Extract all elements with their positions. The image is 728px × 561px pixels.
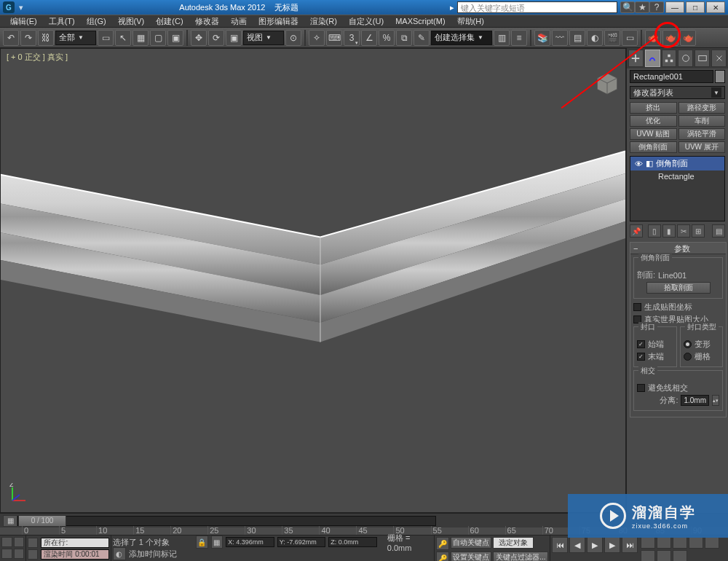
mini-btn-4[interactable] <box>14 549 25 559</box>
percent-snap-icon[interactable]: % <box>379 30 395 46</box>
captype-morph-radio[interactable] <box>684 340 692 348</box>
mod-btn-bevelprofile[interactable]: 倒角剖面 <box>630 141 677 153</box>
stack-item-bevelprofile[interactable]: 👁 ◧ 倒角剖面 <box>630 157 724 170</box>
mod-btn-uvwunwrap[interactable]: UVW 展开 <box>678 141 726 153</box>
maxscript-mini-icon[interactable] <box>28 538 38 548</box>
mini-btn-1[interactable] <box>1 537 12 547</box>
next-frame-icon[interactable]: ▶ <box>604 537 620 553</box>
mini-btn-3[interactable] <box>1 549 12 559</box>
move-icon[interactable]: ✥ <box>191 30 207 46</box>
prompt-icon[interactable]: ◐ <box>113 547 126 560</box>
goto-start-icon[interactable]: ⏮ <box>552 537 568 553</box>
listener-icon[interactable] <box>28 549 38 560</box>
help-arrow[interactable]: ▸ <box>450 3 454 12</box>
object-color-swatch[interactable] <box>715 70 725 83</box>
mod-btn-uvwmap[interactable]: UVW 贴图 <box>630 128 677 140</box>
coord-system-dropdown[interactable]: 视图▼ <box>243 31 284 45</box>
time-slider[interactable]: 0 / 100 <box>17 516 436 526</box>
nav-zoom-icon[interactable] <box>657 537 671 549</box>
spinner-arrows-icon[interactable]: ▴▾ <box>712 395 719 406</box>
mod-btn-pathdeform[interactable]: 路径变形 <box>678 102 726 114</box>
render-active-icon[interactable]: 🫖 <box>680 30 696 46</box>
redo-icon[interactable]: ↷ <box>20 30 36 46</box>
goto-end-icon[interactable]: ⏭ <box>622 537 638 553</box>
maximize-button[interactable]: □ <box>686 1 705 13</box>
menu-animation[interactable]: 动画 <box>225 16 253 27</box>
window-crossing-icon[interactable]: ▣ <box>167 30 183 46</box>
rotate-icon[interactable]: ⟳ <box>208 30 224 46</box>
manipulate-icon[interactable]: ✧ <box>309 30 325 46</box>
layers-icon[interactable]: 📚 <box>534 30 550 46</box>
mirror-icon[interactable]: ▥ <box>494 30 510 46</box>
scale-icon[interactable]: ▣ <box>226 30 242 46</box>
create-tab-icon[interactable] <box>628 50 644 67</box>
time-slider-handle[interactable]: 0 / 100 <box>18 515 66 527</box>
window-menu-arrow[interactable]: ▾ <box>19 3 23 12</box>
help-icon[interactable]: ? <box>649 1 664 13</box>
nav-zoomext-icon[interactable] <box>705 537 719 549</box>
absolute-mode-icon[interactable]: ▦ <box>211 536 223 549</box>
play-icon[interactable]: ▶ <box>587 537 603 553</box>
named-selection-dropdown[interactable]: 创建选择集▼ <box>431 31 492 45</box>
menu-rendering[interactable]: 渲染(R) <box>304 16 343 27</box>
object-name-field[interactable]: Rectangle001 <box>630 70 713 83</box>
captype-grid-radio[interactable] <box>684 353 692 361</box>
material-editor-icon[interactable]: ◐ <box>587 30 603 46</box>
show-end-result-icon[interactable]: ▯ <box>648 224 661 238</box>
menu-customize[interactable]: 自定义(U) <box>343 16 389 27</box>
render-frame-icon[interactable]: ▭ <box>622 30 638 46</box>
modifier-stack[interactable]: 👁 ◧ 倒角剖面 Rectangle <box>630 156 725 221</box>
nav-region-icon[interactable] <box>641 550 655 561</box>
configure-sets-icon[interactable]: ⊞ <box>692 224 705 238</box>
keyboard-shortcut-icon[interactable]: ⌨ <box>326 30 342 46</box>
nav-fov-icon[interactable] <box>689 537 703 549</box>
expand-icon[interactable]: ◧ <box>646 159 653 168</box>
menu-tools[interactable]: 工具(T) <box>43 16 81 27</box>
angle-snap-icon[interactable]: ∠ <box>361 30 377 46</box>
render-setup-icon[interactable]: 🎬 <box>604 30 620 46</box>
menu-grapheditors[interactable]: 图形编辑器 <box>253 16 304 27</box>
undo-icon[interactable]: ↶ <box>3 30 19 46</box>
snaps-toggle-icon[interactable]: 3▾ <box>344 30 360 46</box>
spinner-snap-icon[interactable]: ⧉ <box>396 30 412 46</box>
mod-btn-extrude[interactable]: 挤出 <box>630 102 677 114</box>
eye-icon[interactable]: 👁 <box>635 160 643 168</box>
menu-modifiers[interactable]: 修改器 <box>189 16 225 27</box>
use-pivot-icon[interactable]: ⊙ <box>285 30 301 46</box>
key-toggle-icon[interactable]: 🔑 <box>436 537 449 550</box>
coord-z-field[interactable]: Z: 0.0mm <box>328 537 377 547</box>
add-timemark-label[interactable]: 添加时间标记 <box>129 549 177 560</box>
select-cursor-icon[interactable]: ↖ <box>115 30 131 46</box>
menu-edit[interactable]: 编辑(E) <box>4 16 43 27</box>
search-icon[interactable]: 🔍 <box>620 1 635 13</box>
modifier-list-dropdown[interactable]: 修改器列表▼ <box>630 86 725 99</box>
separation-spinner[interactable]: 1.0mm <box>681 395 709 406</box>
menu-views[interactable]: 视图(V) <box>112 16 151 27</box>
select-icon[interactable]: ▭ <box>98 30 114 46</box>
mod-btn-turbosmooth[interactable]: 涡轮平滑 <box>678 128 726 140</box>
align-icon[interactable]: ≡ <box>511 30 527 46</box>
mini-btn-2[interactable] <box>14 537 25 547</box>
avoid-intersect-checkbox[interactable] <box>637 384 645 392</box>
display-tab-icon[interactable] <box>695 50 710 67</box>
row-now-field[interactable]: 所在行: <box>41 538 108 548</box>
minimize-button[interactable]: — <box>665 1 684 13</box>
stack-options-icon[interactable]: ▤ <box>712 224 725 238</box>
stack-item-rectangle[interactable]: Rectangle <box>630 170 724 182</box>
render-iterate-icon[interactable]: 🫖 <box>662 30 678 46</box>
viewport[interactable]: [ + 0 正交 ] 真实 ] <box>0 48 626 513</box>
mod-btn-optimize[interactable]: 优化 <box>630 115 677 127</box>
nav-maximize-icon[interactable] <box>673 550 687 561</box>
cap-end-checkbox[interactable]: ✓ <box>637 353 645 361</box>
autokey-button[interactable]: 自动关键点 <box>451 537 491 549</box>
curve-editor-icon[interactable]: 〰 <box>552 30 568 46</box>
axis-gizmo-icon[interactable]: z <box>8 483 30 505</box>
selection-filter-dropdown[interactable]: 全部▼ <box>55 31 96 45</box>
make-unique-icon[interactable]: ▮ <box>662 224 676 238</box>
nav-pan-icon[interactable] <box>641 537 655 549</box>
named-sel-lock-icon[interactable]: ✎ <box>414 30 430 46</box>
prev-frame-icon[interactable]: ◀ <box>569 537 585 553</box>
menu-create[interactable]: 创建(C) <box>150 16 189 27</box>
schematic-icon[interactable]: ▤ <box>569 30 585 46</box>
gen-mapping-checkbox[interactable] <box>633 303 641 311</box>
